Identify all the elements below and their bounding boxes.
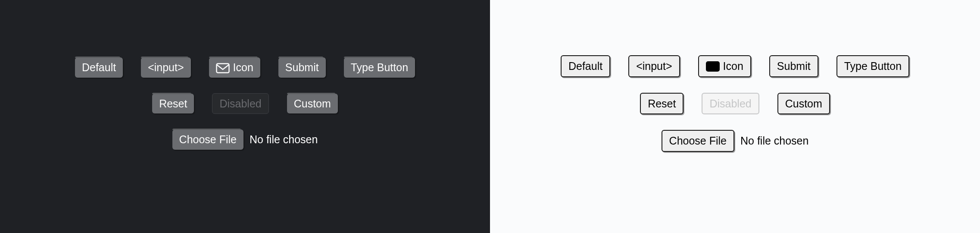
reset-button[interactable]: Reset xyxy=(640,93,684,115)
icon-button-label: Icon xyxy=(233,60,253,75)
custom-button[interactable]: Custom xyxy=(777,93,830,115)
choose-file-button[interactable]: Choose File xyxy=(662,130,734,152)
button-row-3: Choose File No file chosen xyxy=(172,129,318,150)
icon-button[interactable]: Icon xyxy=(209,57,260,78)
mail-icon xyxy=(216,63,230,73)
icon-button[interactable]: Icon xyxy=(698,55,751,77)
button-row-2: Reset Disabled Custom xyxy=(640,93,830,115)
button-row-3: Choose File No file chosen xyxy=(662,130,809,152)
file-input-wrapper: Choose File No file chosen xyxy=(662,130,809,152)
file-status-text: No file chosen xyxy=(740,135,808,147)
type-button[interactable]: Type Button xyxy=(836,55,909,77)
dark-theme-panel: Default <input> Icon Submit Type Button … xyxy=(0,0,490,233)
button-row-1: Default <input> Icon Submit Type Button xyxy=(75,57,415,78)
mail-icon xyxy=(706,61,720,72)
button-row-2: Reset Disabled Custom xyxy=(152,93,338,114)
reset-button[interactable]: Reset xyxy=(152,94,194,114)
type-button[interactable]: Type Button xyxy=(344,57,415,78)
disabled-button: Disabled xyxy=(702,93,759,115)
choose-file-button[interactable]: Choose File xyxy=(172,129,243,150)
light-theme-panel: Default <input> Icon Submit Type Button … xyxy=(490,0,980,233)
file-input-wrapper: Choose File No file chosen xyxy=(172,129,318,150)
svg-rect-0 xyxy=(216,63,229,72)
file-status-text: No file chosen xyxy=(250,133,318,146)
submit-button[interactable]: Submit xyxy=(769,55,818,77)
custom-button[interactable]: Custom xyxy=(287,94,338,114)
button-row-1: Default <input> Icon Submit Type Button xyxy=(561,55,909,77)
input-button[interactable]: <input> xyxy=(141,57,190,78)
input-button[interactable]: <input> xyxy=(628,55,680,77)
submit-button[interactable]: Submit xyxy=(278,57,326,78)
icon-button-label: Icon xyxy=(723,59,743,73)
default-button[interactable]: Default xyxy=(561,55,610,77)
default-button[interactable]: Default xyxy=(75,57,123,78)
disabled-button: Disabled xyxy=(212,93,268,114)
